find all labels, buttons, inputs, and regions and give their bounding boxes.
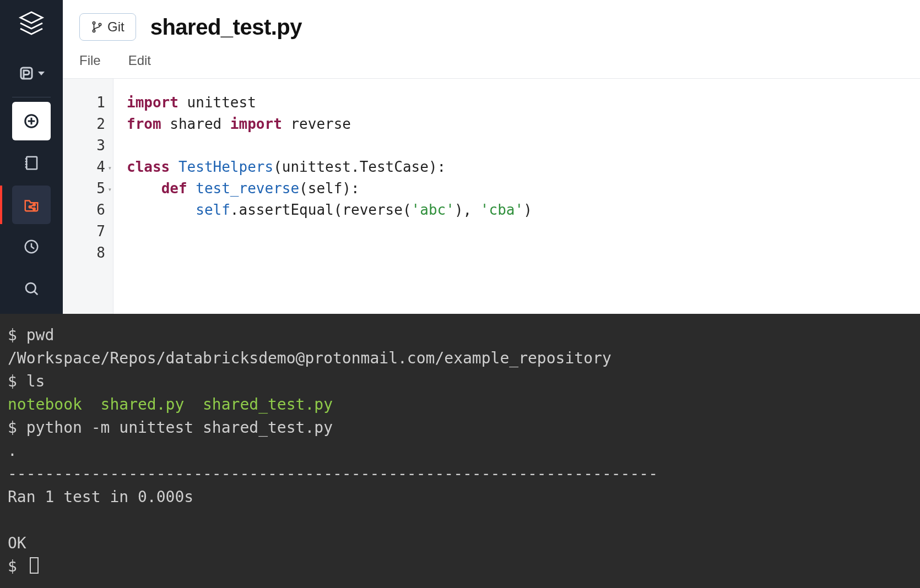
sidebar-item-notebook[interactable] [12,144,51,182]
sidebar-item-new[interactable] [12,102,51,140]
line-gutter: 1 2 3 4 5 6 7 8 [63,79,113,314]
svg-point-8 [93,22,95,24]
sidebar [0,0,63,314]
line-number[interactable]: 1 [63,92,105,113]
svg-rect-0 [21,68,32,79]
sidebar-separator [12,97,51,97]
page-title: shared_test.py [150,15,302,40]
chevron-down-icon [38,72,45,75]
terminal[interactable]: $ pwd /Workspace/Repos/databricksdemo@pr… [0,314,920,588]
line-number[interactable]: 7 [63,221,105,242]
editor-region: Git shared_test.py File Edit 1 2 3 4 5 6… [63,0,920,314]
git-button-label: Git [107,19,125,35]
svg-rect-2 [26,157,37,170]
line-number[interactable]: 4 [63,156,105,178]
menubar: File Edit [63,51,920,79]
sidebar-item-repos[interactable] [12,186,51,224]
terminal-cursor [30,557,39,574]
top-region: Git shared_test.py File Edit 1 2 3 4 5 6… [0,0,920,314]
svg-point-9 [93,30,95,32]
sidebar-item-recent[interactable] [12,227,51,266]
line-number[interactable]: 5 [63,178,105,199]
menu-edit[interactable]: Edit [128,53,151,68]
sidebar-item-search[interactable] [12,269,51,308]
line-number[interactable]: 6 [63,199,105,221]
line-number[interactable]: 3 [63,135,105,156]
sidebar-item-data[interactable] [12,54,51,92]
logo-icon [18,10,45,39]
line-number[interactable]: 2 [63,113,105,135]
svg-point-7 [26,283,36,293]
svg-point-10 [99,23,101,25]
line-number[interactable]: 8 [63,242,105,264]
code-content[interactable]: import unittest from shared import rever… [113,79,920,314]
svg-point-3 [29,206,31,208]
git-button[interactable]: Git [79,13,136,41]
code-area: 1 2 3 4 5 6 7 8 import unittest from sha… [63,79,920,314]
menu-file[interactable]: File [79,53,101,68]
git-branch-icon [91,21,103,33]
titlebar: Git shared_test.py [63,0,920,51]
